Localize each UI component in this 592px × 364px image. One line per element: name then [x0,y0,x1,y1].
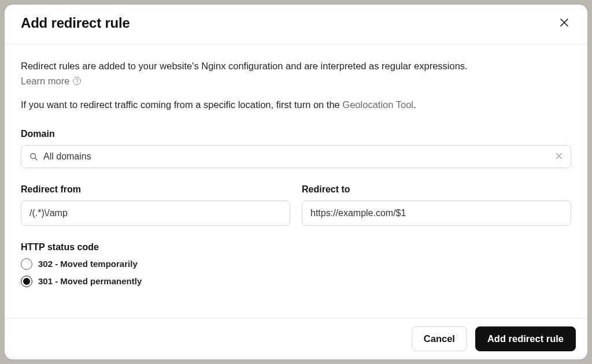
close-button[interactable] [557,15,571,31]
radio-301[interactable]: 301 - Moved permanently [21,276,571,287]
domain-label: Domain [21,129,571,139]
http-status-label: HTTP status code [21,242,571,252]
modal-header: Add redirect rule [5,5,587,44]
search-icon [29,153,38,161]
radio-302[interactable]: 302 - Moved temporarily [21,258,571,270]
http-status-section: HTTP status code 302 - Moved temporarily… [21,242,571,287]
redirect-fields-row: Redirect from Redirect to [21,184,571,226]
redirect-from-input[interactable] [21,200,290,226]
geolocation-tool-link[interactable]: Geolocation Tool [342,99,413,110]
help-icon[interactable]: ? [73,77,81,85]
redirect-to-col: Redirect to [302,184,571,226]
modal-body: Redirect rules are added to your website… [5,44,587,318]
redirect-to-label: Redirect to [302,184,571,195]
svg-line-1 [35,158,38,161]
learn-more-row: Learn more ? [21,76,571,87]
learn-more-link[interactable]: Learn more [21,76,69,87]
redirect-from-col: Redirect from [21,184,290,226]
secondary-description: If you want to redirect traffic coming f… [21,99,571,110]
redirect-from-label: Redirect from [21,184,290,195]
description-text: Redirect rules are added to your website… [21,60,571,73]
radio-icon [21,276,32,287]
radio-302-label: 302 - Moved temporarily [38,259,138,269]
clear-icon[interactable] [556,152,563,161]
domain-select[interactable]: All domains [21,145,571,168]
domain-section: Domain All domains [21,129,571,168]
submit-button[interactable]: Add redirect rule [475,326,576,351]
modal-title: Add redirect rule [21,15,130,31]
domain-value: All domains [43,151,550,162]
radio-301-label: 301 - Moved permanently [38,276,142,286]
cancel-button[interactable]: Cancel [412,326,467,351]
add-redirect-rule-modal: Add redirect rule Redirect rules are add… [5,5,587,359]
radio-icon [21,258,32,270]
close-icon [560,17,569,29]
redirect-to-input[interactable] [302,200,571,226]
modal-footer: Cancel Add redirect rule [5,318,587,359]
secondary-description-suffix: . [413,99,416,110]
secondary-description-prefix: If you want to redirect traffic coming f… [21,99,342,110]
